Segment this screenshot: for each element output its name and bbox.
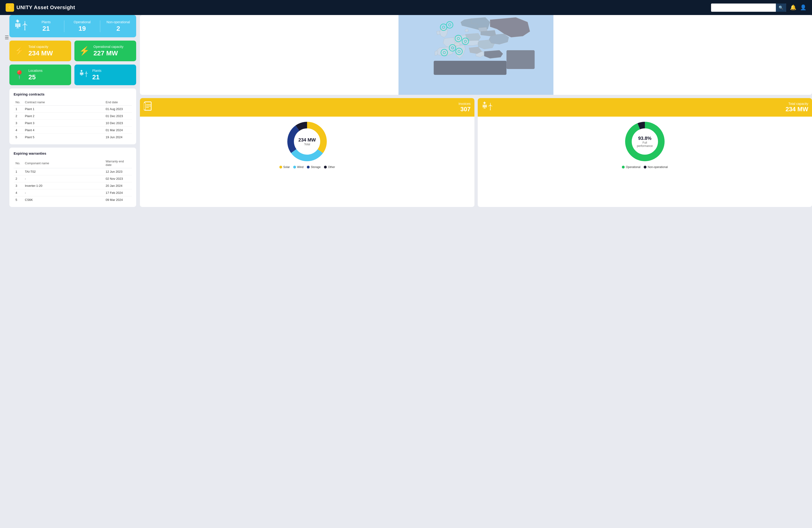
warranty-name: TAI-T02 [23,168,104,175]
app-title: UNITY Asset Oversight [16,4,75,11]
legend-label-non-operational: Non-operational [648,165,668,169]
donut1-container: 234 MW Total [286,120,328,163]
invoices-header-text: Invoices 307 [156,102,471,113]
lightning-icon-yellow: ⚡ [14,46,25,56]
search-bar[interactable]: 🔍 [711,3,786,12]
contract-name: Plant 5 [23,134,104,141]
operational-value: 19 [69,25,96,32]
europe-map [140,15,812,95]
non-operational-value: 2 [105,25,131,32]
contract-no: 4 [14,127,23,134]
plants-card-label: Plants [92,69,101,73]
warranty-no: 4 [14,189,23,196]
warranty-col-name-header: Componant name [23,158,104,168]
warranty-date: 17 Feb 2024 [104,189,132,196]
legend-operational: Operational [622,165,640,169]
expiring-contracts-table: No. Contract name End date 1 Plant 1 01 … [14,99,132,141]
contract-date: 01 Mar 2024 [104,127,132,134]
donut1-label: Total [299,143,316,146]
table-row: 2 - 02 Nov 2023 [14,175,132,182]
warranty-date: 12 Jun 2023 [104,168,132,175]
total-capacity-card[interactable]: ⚡ Total capacity 234 MW [10,41,71,61]
col-date-header: End date [104,99,132,106]
capacity-card-header: Total capacity 234 MW [478,98,812,117]
svg-rect-83 [490,110,491,110]
map-container [140,15,812,95]
search-button[interactable]: 🔍 [776,3,786,12]
donut1-legend: Solar Wind Storage [279,165,335,169]
legend-label-operational: Operational [626,165,640,169]
non-operational-count: Non-operational 2 [105,20,131,32]
svg-point-66 [483,102,485,104]
table-row: 3 Plant 3 10 Dec 2023 [14,120,132,127]
operational-count: Operational 19 [69,20,96,32]
contract-name: Plant 4 [23,127,104,134]
expiring-contracts-section: Expiring contracts No. Contract name End… [10,88,136,144]
plants-info: Plants 21 [92,69,101,81]
legend-dot-non-operational [644,166,647,168]
warranty-name: - [23,175,104,182]
table-row: 4 Plant 4 01 Mar 2024 [14,127,132,134]
left-panel: Plants 21 Operational 19 Non-operational… [10,15,136,207]
legend-label-other: Other [328,165,335,169]
invoices-card-header: Invoices 307 [140,98,475,117]
expiring-warranties-title: Expiring warranties [14,151,132,155]
capacity-label: Total capacity [496,102,809,106]
invoice-icon [144,101,153,112]
col-no-header: No. [14,99,23,106]
plants-icon [14,19,28,32]
contract-no: 5 [14,134,23,141]
contract-name: Plant 2 [23,113,104,120]
svg-rect-25 [80,72,83,74]
legend-label-solar: Solar [283,165,290,169]
locations-card[interactable]: 📍 Locations 25 [10,64,71,85]
contract-date: 01 Aug 2023 [104,106,132,113]
notification-icon[interactable]: 🔔 [790,4,796,11]
warranty-date: 20 Jan 2024 [104,182,132,189]
plants-stats-card: Plants 21 Operational 19 Non-operational… [10,15,136,37]
donut1-center: 234 MW Total [299,137,316,146]
plants-small-icon [79,70,88,78]
bottom-charts: Invoices 307 [140,98,812,207]
svg-rect-60 [144,103,145,110]
contract-name: Plant 3 [23,120,104,127]
divider-1 [64,20,64,32]
operational-label: Operational [69,20,96,24]
user-icon[interactable]: 👤 [800,4,806,11]
warranty-col-no-header: No. [14,158,23,168]
legend-dot-storage [307,166,310,168]
donut2-label: Full performance [634,141,655,148]
total-capacity-info: Total capacity 234 MW [28,45,53,57]
invoices-chart-body: 234 MW Total Solar Wind [140,117,475,173]
table-row: 4 - 17 Feb 2024 [14,189,132,196]
warranty-name: Inverter-1-20 [23,182,104,189]
plants-card[interactable]: Plants 21 [74,64,136,85]
svg-rect-19 [24,30,26,30]
operational-capacity-card[interactable]: ⚡ Operational capacity 227 MW [74,41,136,61]
capacity-value: 234 MW [496,106,809,113]
plants-icon-area [14,19,28,33]
svg-line-36 [86,73,88,74]
svg-line-17 [23,24,25,25]
search-icon: 🔍 [779,6,783,10]
contract-no: 2 [14,113,23,120]
legend-solar: Solar [279,165,290,169]
svg-rect-71 [483,105,487,107]
location-icon: 📍 [14,70,25,80]
svg-rect-30 [82,74,82,75]
legend-other: Other [324,165,335,169]
sidebar-toggle[interactable]: ☰ [4,34,10,41]
contract-name: Plant 1 [23,106,104,113]
total-capacity-label: Total capacity [28,45,53,48]
search-input[interactable] [711,4,776,11]
plants-card-icon [79,70,88,80]
svg-point-20 [81,70,83,72]
contract-date: 10 Dec 2023 [104,120,132,127]
svg-rect-31 [81,75,83,75]
locations-value: 25 [28,73,43,81]
warranty-name: CS6K [23,196,104,203]
capacity-chart-card: Total capacity 234 MW [478,98,812,207]
svg-line-81 [488,105,490,106]
col-name-header: Contract name [23,99,104,106]
table-row: 1 Plant 1 01 Aug 2023 [14,106,132,113]
